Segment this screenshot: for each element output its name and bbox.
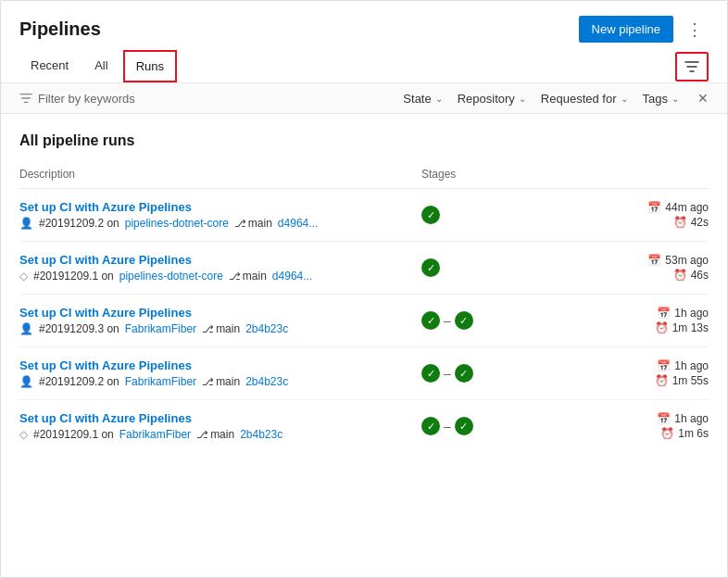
header-actions: New pipeline ⋮ — [579, 16, 709, 43]
clock-icon: ⏰ — [655, 374, 669, 387]
time-cell: 📅 44m ago ⏰ 42s — [560, 201, 709, 229]
more-options-button[interactable]: ⋮ — [681, 18, 709, 42]
tags-dropdown[interactable]: Tags ⌄ — [643, 92, 679, 106]
pipeline-meta: ◇ #20191209.1 on FabrikamFiber ⎇ main 2b… — [19, 428, 421, 441]
stages-cell: ✓–✓ — [421, 417, 560, 435]
section-title: All pipeline runs — [19, 132, 709, 149]
commit-link[interactable]: d4964... — [272, 270, 312, 283]
time-cell: 📅 1h ago ⏰ 1m 55s — [560, 359, 709, 387]
duration-value: 1m 6s — [678, 427, 709, 440]
tab-all[interactable]: All — [83, 51, 119, 82]
time-ago: 📅 1h ago — [560, 359, 709, 372]
stage-dash: – — [444, 419, 451, 434]
pipeline-rows-container: Set up CI with Azure Pipelines 👤 #201912… — [19, 189, 709, 452]
time-ago: 📅 44m ago — [560, 201, 709, 214]
stages-cell: ✓ — [421, 206, 560, 224]
tags-label: Tags — [643, 92, 668, 106]
branch-icon: ⎇ — [234, 218, 246, 230]
repo-link[interactable]: pipelines-dotnet-core — [119, 270, 223, 283]
duration-value: 1m 55s — [672, 374, 709, 387]
commit-link[interactable]: 2b4b23c — [240, 428, 282, 441]
pipeline-meta: 👤 #20191209.2 on FabrikamFiber ⎇ main 2b… — [19, 375, 421, 388]
branch-icon: ⎇ — [229, 270, 241, 283]
repo-link[interactable]: FabrikamFiber — [119, 428, 191, 441]
pipeline-title[interactable]: Set up CI with Azure Pipelines — [19, 358, 421, 372]
commit-link[interactable]: 2b4b23c — [245, 375, 288, 388]
branch: ⎇ main — [196, 428, 234, 441]
time-ago: 📅 1h ago — [560, 412, 709, 425]
stage-check-icon: ✓ — [421, 258, 440, 277]
page-title: Pipelines — [19, 19, 101, 40]
time-duration: ⏰ 1m 55s — [560, 374, 709, 387]
pipeline-meta: ◇ #20191209.1 on pipelines-dotnet-core ⎇… — [19, 270, 421, 283]
tab-bar: Recent All Runs — [1, 50, 727, 83]
pipeline-meta: 👤 #20191209.3 on FabrikamFiber ⎇ main 2b… — [19, 322, 421, 335]
pipeline-title[interactable]: Set up CI with Azure Pipelines — [19, 253, 421, 267]
stage-check-icon: ✓ — [421, 417, 440, 435]
run-id: #20191209.2 on — [39, 375, 119, 388]
repo-link[interactable]: FabrikamFiber — [125, 375, 196, 388]
repo-link[interactable]: FabrikamFiber — [125, 322, 196, 335]
filter-icon — [684, 59, 699, 74]
time-duration: ⏰ 42s — [560, 216, 709, 229]
table-row: Set up CI with Azure Pipelines 👤 #201912… — [19, 347, 709, 400]
meta-type-icon: 👤 — [19, 217, 33, 230]
filter-icon-button[interactable] — [675, 52, 709, 82]
meta-type-icon: ◇ — [19, 428, 28, 441]
pipeline-title[interactable]: Set up CI with Azure Pipelines — [19, 411, 421, 425]
new-pipeline-button[interactable]: New pipeline — [579, 16, 673, 43]
time-ago: 📅 1h ago — [560, 307, 709, 320]
stage-dash: – — [444, 366, 451, 381]
calendar-icon: 📅 — [657, 412, 671, 425]
requested-for-label: Requested for — [541, 92, 617, 106]
filter-clear-button[interactable]: ✕ — [697, 91, 709, 106]
meta-type-icon: 👤 — [19, 375, 33, 388]
calendar-icon: 📅 — [657, 359, 671, 372]
stage-check-icon: ✓ — [455, 364, 473, 383]
filter-bar: Filter by keywords State ⌄ Repository ⌄ … — [1, 83, 727, 114]
time-ago: 📅 53m ago — [560, 254, 709, 267]
run-id: #20191209.2 on — [39, 217, 119, 230]
main-content: All pipeline runs Description Stages Set… — [1, 114, 727, 461]
pipeline-meta: 👤 #20191209.2 on pipelines-dotnet-core ⎇… — [19, 217, 421, 230]
branch: ⎇ main — [229, 270, 267, 283]
clock-icon: ⏰ — [673, 216, 687, 229]
table-header: Description Stages — [19, 164, 709, 189]
requested-for-dropdown[interactable]: Requested for ⌄ — [541, 92, 628, 106]
repository-label: Repository — [458, 92, 515, 106]
repository-dropdown[interactable]: Repository ⌄ — [458, 92, 526, 106]
pipeline-title[interactable]: Set up CI with Azure Pipelines — [19, 306, 421, 320]
clock-icon: ⏰ — [660, 427, 674, 440]
run-id: #20191209.1 on — [33, 428, 114, 441]
tab-recent[interactable]: Recent — [19, 51, 80, 82]
col-header-description: Description — [19, 168, 421, 181]
tab-runs[interactable]: Runs — [123, 50, 177, 82]
commit-link[interactable]: 2b4b23c — [245, 322, 288, 335]
run-id: #20191209.3 on — [39, 322, 119, 335]
stage-dash: – — [444, 313, 451, 328]
stages-cell: ✓–✓ — [421, 311, 560, 330]
row-description: Set up CI with Azure Pipelines 👤 #201912… — [19, 306, 421, 335]
time-duration: ⏰ 1m 6s — [560, 427, 709, 440]
repo-link[interactable]: pipelines-dotnet-core — [125, 217, 229, 230]
filter-funnel-icon — [19, 92, 32, 105]
duration-value: 42s — [691, 216, 709, 229]
stage-check-icon: ✓ — [455, 311, 473, 330]
row-description: Set up CI with Azure Pipelines 👤 #201912… — [19, 200, 421, 230]
time-ago-value: 1h ago — [674, 359, 709, 372]
time-ago-value: 1h ago — [674, 412, 709, 425]
filter-keywords[interactable]: Filter by keywords — [19, 92, 388, 106]
pipeline-title[interactable]: Set up CI with Azure Pipelines — [19, 200, 421, 214]
branch: ⎇ main — [202, 375, 240, 388]
commit-link[interactable]: d4964... — [278, 217, 318, 230]
meta-type-icon: 👤 — [19, 322, 33, 335]
time-cell: 📅 1h ago ⏰ 1m 13s — [560, 307, 709, 334]
row-description: Set up CI with Azure Pipelines ◇ #201912… — [19, 253, 421, 283]
time-cell: 📅 53m ago ⏰ 46s — [560, 254, 709, 282]
state-dropdown[interactable]: State ⌄ — [403, 92, 442, 106]
table-row: Set up CI with Azure Pipelines 👤 #201912… — [19, 295, 709, 347]
calendar-icon: 📅 — [647, 254, 661, 267]
row-description: Set up CI with Azure Pipelines ◇ #201912… — [19, 411, 421, 441]
filter-keywords-label: Filter by keywords — [38, 92, 135, 106]
col-header-stages: Stages — [421, 168, 560, 181]
